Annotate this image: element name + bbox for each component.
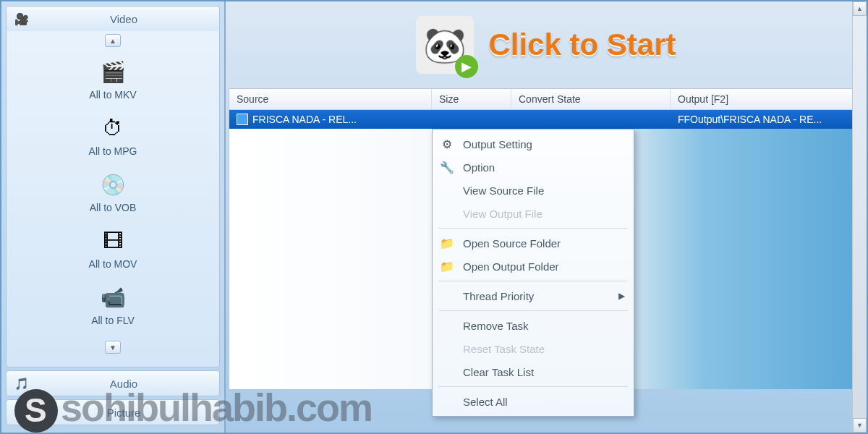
wrench-icon: 🔧 xyxy=(440,160,454,174)
sidebar: 🎥 Video ▲ 🎬 All to MKV ⏱ All to MPG 💿 Al… xyxy=(1,1,226,433)
ctx-open-output-folder[interactable]: 📁 Open Output Folder xyxy=(433,255,634,278)
ctx-separator xyxy=(438,281,628,281)
hero-text: Click to Start xyxy=(488,27,676,62)
format-all-to-vob[interactable]: 💿 All to VOB xyxy=(7,166,219,222)
ctx-separator xyxy=(438,228,628,229)
folder-icon: 📁 xyxy=(440,259,454,273)
submenu-arrow-icon: ▶ xyxy=(618,291,625,301)
video-scroll-up[interactable]: ▲ xyxy=(105,34,121,47)
row-size xyxy=(432,110,511,129)
video-format-list: 🎬 All to MKV ⏱ All to MPG 💿 All to VOB 🎞… xyxy=(7,50,219,338)
ctx-view-source-file[interactable]: View Source File xyxy=(433,179,634,202)
video-category-icon: 🎥 xyxy=(14,11,30,27)
sidebar-category-video: 🎥 Video ▲ 🎬 All to MKV ⏱ All to MPG 💿 Al… xyxy=(6,6,220,367)
picture-category-icon: 🖼 xyxy=(14,404,30,420)
main-panel: 🐼 ▶ Click to Start Source Size Convert S… xyxy=(226,1,867,433)
hero-start-icon: 🐼 ▶ xyxy=(416,16,474,74)
audio-category-icon: 🎵 xyxy=(14,375,30,391)
col-source[interactable]: Source xyxy=(229,89,432,109)
video-category-header[interactable]: 🎥 Video xyxy=(7,7,219,31)
task-table: Source Size Convert State Output [F2] FR… xyxy=(229,88,864,390)
sidebar-category-audio[interactable]: 🎵 Audio xyxy=(6,370,220,396)
audio-category-title: Audio xyxy=(35,378,212,390)
ctx-select-all[interactable]: Select All xyxy=(433,390,634,413)
context-menu: ⚙ Output Setting 🔧 Option View Source Fi… xyxy=(432,129,634,417)
ctx-clear-task-list[interactable]: Clear Task List xyxy=(433,360,634,383)
ctx-reset-task-state: Reset Task State xyxy=(433,337,634,360)
format-all-to-flv[interactable]: 📹 All to FLV xyxy=(7,278,219,335)
gear-icon: ⚙ xyxy=(440,137,454,151)
ctx-separator xyxy=(438,386,628,387)
file-icon xyxy=(237,114,248,125)
mkv-icon: 🎬 xyxy=(100,59,126,85)
video-scroll-down[interactable]: ▼ xyxy=(105,341,121,354)
sidebar-category-picture[interactable]: 🖼 Picture xyxy=(6,399,220,425)
col-size[interactable]: Size xyxy=(432,89,511,109)
hero-banner[interactable]: 🐼 ▶ Click to Start xyxy=(226,1,867,88)
folder-icon: 📁 xyxy=(440,236,454,250)
mpg-icon: ⏱ xyxy=(100,115,126,141)
ctx-option[interactable]: 🔧 Option xyxy=(433,156,634,179)
col-output[interactable]: Output [F2] xyxy=(671,89,863,109)
row-output: FFOutput\FRISCA NADA - RE... xyxy=(671,110,863,129)
scroll-track[interactable] xyxy=(853,16,867,418)
table-header: Source Size Convert State Output [F2] xyxy=(229,89,863,110)
play-arrow-icon: ▶ xyxy=(455,55,478,78)
table-row[interactable]: FRISCA NADA - REL... FFOutput\FRISCA NAD… xyxy=(229,110,863,129)
vertical-scrollbar[interactable]: ▲ ▼ xyxy=(852,1,867,433)
app-window: 🎥 Video ▲ 🎬 All to MKV ⏱ All to MPG 💿 Al… xyxy=(0,0,868,434)
picture-category-title: Picture xyxy=(35,407,212,419)
scroll-down-button[interactable]: ▼ xyxy=(853,418,867,433)
ctx-open-source-folder[interactable]: 📁 Open Source Folder xyxy=(433,231,634,255)
format-all-to-mov[interactable]: 🎞 All to MOV xyxy=(7,222,219,278)
flv-icon: 📹 xyxy=(100,284,126,310)
ctx-thread-priority[interactable]: Thread Priority ▶ xyxy=(433,284,634,307)
ctx-remove-task[interactable]: Remove Task xyxy=(433,314,634,337)
scroll-up-button[interactable]: ▲ xyxy=(853,1,867,16)
format-all-to-mpg[interactable]: ⏱ All to MPG xyxy=(7,109,219,166)
col-state[interactable]: Convert State xyxy=(511,89,671,109)
row-state xyxy=(511,110,671,129)
table-body: ⚙ Output Setting 🔧 Option View Source Fi… xyxy=(229,129,863,389)
row-source: FRISCA NADA - REL... xyxy=(252,114,357,125)
mov-icon: 🎞 xyxy=(100,228,126,254)
ctx-output-setting[interactable]: ⚙ Output Setting xyxy=(433,132,634,156)
format-all-to-mkv[interactable]: 🎬 All to MKV xyxy=(7,53,219,109)
vob-icon: 💿 xyxy=(100,171,126,197)
ctx-separator xyxy=(438,310,628,311)
ctx-view-output-file: View Output File xyxy=(433,202,634,225)
video-category-title: Video xyxy=(35,13,212,25)
